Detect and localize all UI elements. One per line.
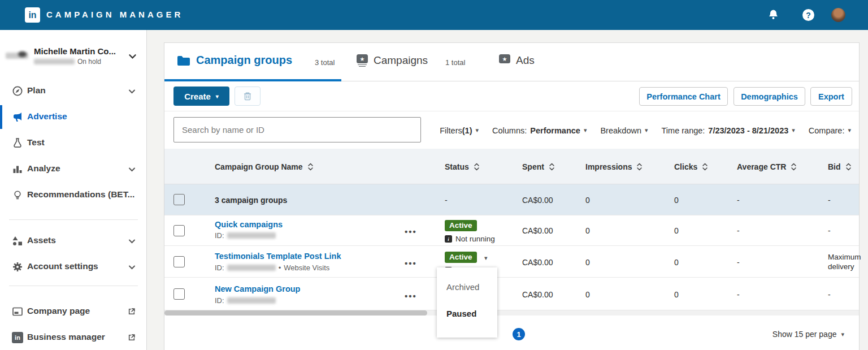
campaign-group-id: ID: <box>215 231 276 240</box>
cell-average-ctr: - <box>737 226 740 235</box>
menu-item-paused[interactable]: Paused <box>446 309 476 318</box>
lightbulb-icon <box>12 189 23 201</box>
row-checkbox[interactable] <box>173 288 185 300</box>
sort-icon <box>474 162 480 171</box>
campaign-group-id: ID: • Website Visits <box>215 263 329 272</box>
horizontal-scrollbar-thumb[interactable] <box>164 310 427 316</box>
filters-dropdown[interactable]: Filters(1) ▾ <box>440 126 479 135</box>
sidebar-item-assets[interactable]: Assets <box>0 228 147 254</box>
tab-campaigns-count: 1 total <box>445 58 465 67</box>
sidebar-item-label: Business manager <box>27 332 105 342</box>
page-size-dropdown[interactable]: Show 15 per page ▾ <box>772 330 844 339</box>
create-button-label: Create <box>184 92 211 101</box>
performance-chart-button[interactable]: Performance Chart <box>639 87 728 106</box>
columns-label: Columns: <box>492 126 527 135</box>
external-link-icon <box>128 308 136 316</box>
column-header-bid[interactable]: Bid <box>828 149 852 184</box>
columns-value: Performance <box>530 126 580 135</box>
compare-dropdown[interactable]: Compare: ▾ <box>809 126 851 135</box>
tab-campaign-groups-label[interactable]: Campaign groups <box>196 54 292 67</box>
status-caret-down-icon[interactable]: ▾ <box>484 254 488 262</box>
main-panel: Campaign groups 3 total ★ Campaigns 1 to… <box>164 42 860 350</box>
id-redacted <box>227 265 276 271</box>
sidebar-item-label: Test <box>27 137 45 148</box>
campaign-group-link[interactable]: New Campaign Group <box>215 284 300 293</box>
company-page-icon <box>12 306 23 317</box>
divider <box>9 219 138 220</box>
column-header-impressions[interactable]: Impressions <box>585 149 643 184</box>
tab-ads[interactable]: Ads <box>516 54 535 67</box>
sidebar-item-test[interactable]: Test <box>0 130 147 156</box>
more-actions-button[interactable]: ••• <box>405 291 417 301</box>
columns-dropdown[interactable]: Columns: Performance ▾ <box>492 126 587 135</box>
gear-icon <box>12 261 23 273</box>
column-header-clicks[interactable]: Clicks <box>674 149 708 184</box>
cell-impressions: 0 <box>585 290 590 299</box>
external-link-icon <box>128 334 136 342</box>
campaign-group-link[interactable]: Testimonials Template Post Link <box>215 252 341 261</box>
sidebar-link-business-manager[interactable]: in Business manager <box>0 325 147 350</box>
active-tab-underline <box>164 79 341 81</box>
horizontal-scrollbar-track[interactable] <box>164 310 859 316</box>
time-range-dropdown[interactable]: Time range: 7/23/2023 - 8/21/2023 ▾ <box>662 126 795 135</box>
cell-spent: CA$0.00 <box>522 258 553 267</box>
sidebar-item-advertise[interactable]: Advertise <box>0 104 147 130</box>
more-actions-button[interactable]: ••• <box>405 258 417 268</box>
id-redacted <box>227 297 276 304</box>
objective-label: Website Visits <box>284 263 329 272</box>
column-header-name[interactable]: Campaign Group Name <box>215 149 314 184</box>
search-input[interactable] <box>173 117 421 142</box>
row-checkbox[interactable] <box>173 225 185 236</box>
status-badge: Active <box>445 252 477 263</box>
sidebar: Michelle Martin Co... On hold Plan Adver… <box>0 30 147 350</box>
sidebar-link-company-page[interactable]: Company page <box>0 299 147 325</box>
megaphone-icon <box>12 111 23 123</box>
cell-bid: - <box>828 290 831 299</box>
column-header-average-ctr[interactable]: Average CTR <box>737 149 797 184</box>
filters-count: (1) <box>462 126 472 135</box>
sidebar-item-plan[interactable]: Plan <box>0 78 147 104</box>
notifications-bell-icon[interactable] <box>767 8 780 21</box>
create-button[interactable]: Create ▾ <box>173 87 229 106</box>
caret-down-icon: ▾ <box>841 331 844 338</box>
campaign-group-link[interactable]: Quick campaigns <box>215 220 283 229</box>
demographics-button[interactable]: Demographics <box>734 87 805 106</box>
compare-label: Compare: <box>809 126 845 135</box>
breakdown-dropdown[interactable]: Breakdown ▾ <box>600 126 648 135</box>
chevron-down-icon <box>128 237 136 245</box>
export-button[interactable]: Export <box>810 87 852 106</box>
table-row: Quick campaigns ID: ••• Active i Not run… <box>164 215 859 246</box>
folder-icon <box>177 55 190 67</box>
caret-down-icon: ▾ <box>848 127 851 134</box>
bar-chart-icon <box>12 163 23 175</box>
ads-tab-icon: ★ <box>499 54 510 63</box>
column-header-spent[interactable]: Spent <box>522 149 555 184</box>
trash-icon <box>242 91 253 101</box>
summary-row: 3 campaign groups - CA$0.00 0 0 - - <box>164 184 859 215</box>
user-avatar[interactable] <box>831 8 845 22</box>
more-actions-button[interactable]: ••• <box>405 227 417 236</box>
help-icon[interactable]: ? <box>802 9 814 21</box>
account-chevron-down-icon[interactable] <box>128 51 137 61</box>
separator-dot: • <box>279 263 281 272</box>
sidebar-item-account-settings[interactable]: Account settings <box>0 254 147 280</box>
row-checkbox[interactable] <box>173 256 185 267</box>
divider <box>9 286 138 286</box>
pagination-page-1[interactable]: 1 <box>513 328 525 340</box>
account-status: On hold <box>77 58 101 66</box>
sidebar-item-recommendations[interactable]: Recommendations (BET... <box>0 182 147 208</box>
tab-campaign-groups[interactable] <box>177 55 190 69</box>
column-header-status[interactable]: Status <box>445 149 480 184</box>
select-all-checkbox[interactable] <box>173 194 185 205</box>
cell-impressions: 0 <box>585 258 590 267</box>
caret-down-icon: ▾ <box>645 127 648 134</box>
account-name[interactable]: Michelle Martin Co... <box>34 46 116 56</box>
delete-button[interactable] <box>235 87 261 106</box>
shapes-icon <box>12 235 23 247</box>
tab-campaigns[interactable]: Campaigns <box>374 54 428 67</box>
app-title: CAMPAIGN MANAGER <box>46 10 183 19</box>
sidebar-item-analyze[interactable]: Analyze <box>0 156 147 182</box>
menu-item-archived[interactable]: Archived <box>446 282 479 292</box>
linkedin-logo-icon[interactable]: in <box>25 7 40 23</box>
tab-campaign-groups-count: 3 total <box>315 58 335 67</box>
